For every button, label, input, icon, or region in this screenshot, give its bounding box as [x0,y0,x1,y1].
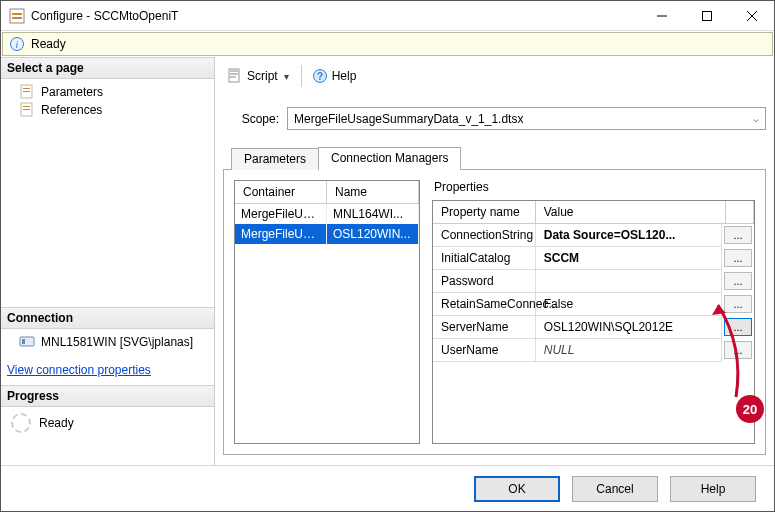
page-icon [19,102,35,118]
prop-value: False [536,293,722,316]
edit-button[interactable]: ... [724,272,752,290]
prop-name: RetainSameConnec... [433,293,536,316]
window-title: Configure - SCCMtoOpeniT [31,9,639,23]
cancel-button[interactable]: Cancel [572,476,658,502]
right-panel: Script ▾ ? Help Scope: MergeFileUsageSum… [215,57,774,465]
chevron-down-icon[interactable]: ▾ [282,71,291,82]
dialog-buttons: OK Cancel Help [1,465,774,511]
separator [301,65,302,87]
script-icon [227,68,243,84]
script-label: Script [247,69,278,83]
svg-rect-16 [22,339,25,344]
window-controls [639,1,774,31]
col-container[interactable]: Container [235,181,327,204]
help-label: Help [332,69,357,83]
managers-row-selected[interactable]: MergeFileUsag... OSL120WIN... [235,224,419,244]
page-parameters[interactable]: Parameters [7,83,208,101]
cell-name: MNL164WI... [327,204,419,224]
connection-label: MNL1581WIN [SVG\jplanas] [41,335,193,349]
properties-grid[interactable]: Property name Value ConnectionString Dat… [432,200,755,444]
col-property-name[interactable]: Property name [433,201,536,224]
edit-button[interactable]: ... [724,341,752,359]
prop-value: NULL [536,339,722,362]
edit-button[interactable]: ... [724,318,752,336]
help-button-bottom[interactable]: Help [670,476,756,502]
svg-rect-11 [23,91,30,92]
minimize-button[interactable] [639,1,684,31]
view-connection-properties-link[interactable]: View connection properties [1,355,214,385]
cell-container: MergeFileUsag... [235,224,327,244]
tab-parameters[interactable]: Parameters [231,148,319,170]
properties-panel: Properties Property name Value Connectio… [432,180,755,444]
page-references-label: References [41,103,102,117]
progress-header: Progress [1,385,214,407]
toolbar: Script ▾ ? Help [223,63,766,97]
ok-button[interactable]: OK [474,476,560,502]
scope-dropdown[interactable]: MergeFileUsageSummaryData_v_1_1.dtsx ⌵ [287,107,766,130]
info-icon: i [9,36,25,52]
managers-grid-header: Container Name [235,181,419,204]
edit-button[interactable]: ... [724,226,752,244]
status-text: Ready [31,37,66,51]
prop-name: Password [433,270,536,293]
prop-row-retainsameconnection[interactable]: RetainSameConnec... False ... [433,293,754,316]
scope-label: Scope: [223,112,279,126]
annotation-number: 20 [743,402,757,417]
prop-row-connectionstring[interactable]: ConnectionString Data Source=OSL120... .… [433,224,754,247]
svg-text:i: i [16,39,19,50]
edit-button[interactable]: ... [724,295,752,313]
page-parameters-label: Parameters [41,85,103,99]
properties-grid-header: Property name Value [433,201,754,224]
svg-text:?: ? [317,71,323,82]
prop-row-servername[interactable]: ServerName OSL120WIN\SQL2012E ... [433,316,754,339]
status-strip: i Ready [2,32,773,56]
prop-value: OSL120WIN\SQL2012E [536,316,722,339]
managers-row[interactable]: MergeFileUsag... MNL164WI... [235,204,419,224]
managers-grid[interactable]: Container Name MergeFileUsag... MNL164WI… [234,180,420,444]
connection-item[interactable]: MNL1581WIN [SVG\jplanas] [7,333,208,351]
prop-value: SCCM [536,247,722,270]
scope-value: MergeFileUsageSummaryData_v_1_1.dtsx [294,112,523,126]
svg-rect-2 [12,17,22,19]
prop-name: UserName [433,339,536,362]
scope-row: Scope: MergeFileUsageSummaryData_v_1_1.d… [223,107,766,130]
help-button[interactable]: ? Help [308,66,361,86]
prop-row-initialcatalog[interactable]: InitialCatalog SCCM ... [433,247,754,270]
prop-name: ServerName [433,316,536,339]
col-value[interactable]: Value [536,201,726,224]
prop-value: Data Source=OSL120... [536,224,722,247]
svg-rect-14 [23,109,30,110]
annotation-badge: 20 [736,395,764,423]
script-button[interactable]: Script ▾ [223,66,295,86]
col-action [726,201,754,224]
spinner-icon [11,413,31,433]
chevron-down-icon: ⌵ [753,113,759,124]
prop-value [536,270,722,293]
server-icon [19,334,35,350]
svg-rect-0 [10,9,24,23]
svg-rect-10 [23,88,30,89]
edit-button[interactable]: ... [724,249,752,267]
cell-container: MergeFileUsag... [235,204,327,224]
svg-rect-13 [23,106,30,107]
col-name[interactable]: Name [327,181,419,204]
prop-row-username[interactable]: UserName NULL ... [433,339,754,362]
left-panel: Select a page Parameters References Conn… [1,57,215,465]
close-button[interactable] [729,1,774,31]
progress-item: Ready [1,407,214,439]
prop-row-password[interactable]: Password ... [433,270,754,293]
properties-title: Properties [432,180,755,200]
connection-header: Connection [1,307,214,329]
cell-name: OSL120WIN... [327,224,419,244]
maximize-button[interactable] [684,1,729,31]
tabs: Parameters Connection Managers [223,146,766,170]
page-icon [19,84,35,100]
svg-rect-4 [702,11,711,20]
progress-label: Ready [39,416,74,430]
prop-name: ConnectionString [433,224,536,247]
page-references[interactable]: References [7,101,208,119]
tab-connection-managers[interactable]: Connection Managers [318,147,461,170]
select-page-header: Select a page [1,57,214,79]
tab-pane: Container Name MergeFileUsag... MNL164WI… [223,170,766,455]
help-icon: ? [312,68,328,84]
